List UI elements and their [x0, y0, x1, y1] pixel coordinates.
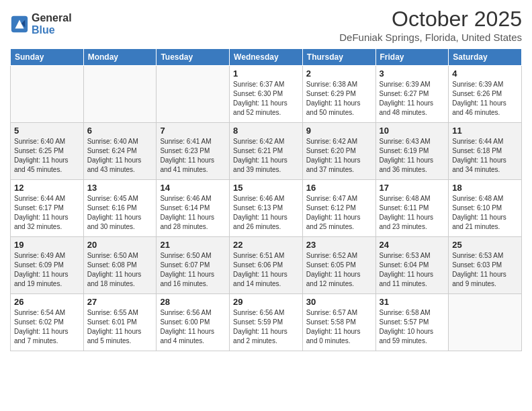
day-number: 14	[160, 183, 226, 193]
calendar-header-row: SundayMondayTuesdayWednesdayThursdayFrid…	[11, 49, 522, 66]
day-info: Sunrise: 6:46 AMSunset: 6:13 PMDaylight:…	[233, 194, 299, 232]
day-info: Sunrise: 6:38 AMSunset: 6:29 PMDaylight:…	[306, 80, 372, 118]
day-number: 13	[87, 183, 153, 193]
day-info: Sunrise: 6:52 AMSunset: 6:05 PMDaylight:…	[306, 251, 372, 289]
day-info: Sunrise: 6:56 AMSunset: 5:59 PMDaylight:…	[233, 308, 299, 346]
calendar-cell: 22Sunrise: 6:51 AMSunset: 6:06 PMDayligh…	[230, 237, 303, 294]
calendar-cell: 2Sunrise: 6:38 AMSunset: 6:29 PMDaylight…	[302, 66, 375, 123]
day-number: 25	[452, 240, 518, 250]
calendar-week-row: 26Sunrise: 6:54 AMSunset: 6:02 PMDayligh…	[11, 294, 522, 351]
day-info: Sunrise: 6:40 AMSunset: 6:24 PMDaylight:…	[87, 137, 153, 175]
day-number: 19	[14, 240, 80, 250]
day-number: 12	[14, 183, 80, 193]
day-info: Sunrise: 6:48 AMSunset: 6:11 PMDaylight:…	[380, 194, 445, 232]
calendar-cell: 14Sunrise: 6:46 AMSunset: 6:14 PMDayligh…	[157, 180, 230, 237]
day-info: Sunrise: 6:50 AMSunset: 6:08 PMDaylight:…	[87, 251, 153, 289]
calendar-cell: 11Sunrise: 6:44 AMSunset: 6:18 PMDayligh…	[449, 123, 522, 180]
day-info: Sunrise: 6:58 AMSunset: 5:57 PMDaylight:…	[380, 308, 445, 346]
day-number: 10	[380, 126, 445, 136]
day-info: Sunrise: 6:44 AMSunset: 6:17 PMDaylight:…	[14, 194, 80, 232]
calendar-cell: 4Sunrise: 6:39 AMSunset: 6:26 PMDaylight…	[449, 66, 522, 123]
title-area: October 2025 DeFuniak Springs, Florida, …	[339, 7, 522, 43]
calendar-week-row: 19Sunrise: 6:49 AMSunset: 6:09 PMDayligh…	[11, 237, 522, 294]
calendar-cell: 10Sunrise: 6:43 AMSunset: 6:19 PMDayligh…	[375, 123, 449, 180]
day-number: 5	[14, 126, 80, 136]
calendar-cell: 6Sunrise: 6:40 AMSunset: 6:24 PMDaylight…	[83, 123, 157, 180]
calendar-week-row: 12Sunrise: 6:44 AMSunset: 6:17 PMDayligh…	[11, 180, 522, 237]
day-info: Sunrise: 6:43 AMSunset: 6:19 PMDaylight:…	[380, 137, 445, 175]
day-number: 11	[452, 126, 518, 136]
day-number: 3	[380, 68, 445, 79]
calendar-cell: 5Sunrise: 6:40 AMSunset: 6:25 PMDaylight…	[11, 123, 84, 180]
day-number: 24	[380, 240, 445, 250]
location-title: DeFuniak Springs, Florida, United States	[339, 32, 522, 43]
calendar-cell: 21Sunrise: 6:50 AMSunset: 6:07 PMDayligh…	[157, 237, 230, 294]
calendar-cell	[83, 66, 157, 123]
calendar-cell: 31Sunrise: 6:58 AMSunset: 5:57 PMDayligh…	[375, 294, 449, 351]
day-number: 31	[380, 297, 445, 307]
day-number: 9	[306, 126, 372, 136]
day-number: 27	[87, 297, 153, 307]
calendar-cell: 8Sunrise: 6:42 AMSunset: 6:21 PMDaylight…	[230, 123, 303, 180]
day-number: 26	[14, 297, 80, 307]
day-info: Sunrise: 6:41 AMSunset: 6:23 PMDaylight:…	[160, 137, 226, 175]
calendar-cell	[449, 294, 522, 351]
header-day-sunday: Sunday	[11, 49, 84, 66]
calendar-cell: 19Sunrise: 6:49 AMSunset: 6:09 PMDayligh…	[11, 237, 84, 294]
header-day-wednesday: Wednesday	[230, 49, 303, 66]
day-number: 2	[306, 68, 372, 79]
calendar-cell: 15Sunrise: 6:46 AMSunset: 6:13 PMDayligh…	[230, 180, 303, 237]
day-info: Sunrise: 6:46 AMSunset: 6:14 PMDaylight:…	[160, 194, 226, 232]
calendar-cell: 29Sunrise: 6:56 AMSunset: 5:59 PMDayligh…	[230, 294, 303, 351]
day-number: 4	[452, 68, 518, 79]
calendar-cell: 23Sunrise: 6:52 AMSunset: 6:05 PMDayligh…	[302, 237, 375, 294]
calendar-cell: 20Sunrise: 6:50 AMSunset: 6:08 PMDayligh…	[83, 237, 157, 294]
day-info: Sunrise: 6:44 AMSunset: 6:18 PMDaylight:…	[452, 137, 518, 175]
day-number: 17	[380, 183, 445, 193]
day-info: Sunrise: 6:39 AMSunset: 6:27 PMDaylight:…	[380, 80, 445, 118]
day-info: Sunrise: 6:48 AMSunset: 6:10 PMDaylight:…	[452, 194, 518, 232]
logo-general-label: General	[32, 12, 72, 24]
day-info: Sunrise: 6:57 AMSunset: 5:58 PMDaylight:…	[306, 308, 372, 346]
day-number: 6	[87, 126, 153, 136]
day-number: 21	[160, 240, 226, 250]
calendar-cell: 25Sunrise: 6:53 AMSunset: 6:03 PMDayligh…	[449, 237, 522, 294]
day-info: Sunrise: 6:49 AMSunset: 6:09 PMDaylight:…	[14, 251, 80, 289]
header-day-thursday: Thursday	[302, 49, 375, 66]
calendar-cell: 13Sunrise: 6:45 AMSunset: 6:16 PMDayligh…	[83, 180, 157, 237]
logo-blue-label: Blue	[32, 24, 72, 36]
day-number: 20	[87, 240, 153, 250]
calendar-cell: 30Sunrise: 6:57 AMSunset: 5:58 PMDayligh…	[302, 294, 375, 351]
header-day-saturday: Saturday	[449, 49, 522, 66]
day-number: 28	[160, 297, 226, 307]
day-info: Sunrise: 6:42 AMSunset: 6:20 PMDaylight:…	[306, 137, 372, 175]
day-number: 29	[233, 297, 299, 307]
day-info: Sunrise: 6:42 AMSunset: 6:21 PMDaylight:…	[233, 137, 299, 175]
calendar-cell: 24Sunrise: 6:53 AMSunset: 6:04 PMDayligh…	[375, 237, 449, 294]
calendar-week-row: 5Sunrise: 6:40 AMSunset: 6:25 PMDaylight…	[11, 123, 522, 180]
day-info: Sunrise: 6:39 AMSunset: 6:26 PMDaylight:…	[452, 80, 518, 118]
calendar-cell: 26Sunrise: 6:54 AMSunset: 6:02 PMDayligh…	[11, 294, 84, 351]
day-info: Sunrise: 6:47 AMSunset: 6:12 PMDaylight:…	[306, 194, 372, 232]
logo: General Blue	[10, 12, 72, 36]
header-day-tuesday: Tuesday	[157, 49, 230, 66]
day-number: 8	[233, 126, 299, 136]
calendar-cell: 1Sunrise: 6:37 AMSunset: 6:30 PMDaylight…	[230, 66, 303, 123]
calendar-cell: 12Sunrise: 6:44 AMSunset: 6:17 PMDayligh…	[11, 180, 84, 237]
day-info: Sunrise: 6:55 AMSunset: 6:01 PMDaylight:…	[87, 308, 153, 346]
day-number: 23	[306, 240, 372, 250]
day-number: 7	[160, 126, 226, 136]
day-number: 15	[233, 183, 299, 193]
calendar-cell: 17Sunrise: 6:48 AMSunset: 6:11 PMDayligh…	[375, 180, 449, 237]
day-info: Sunrise: 6:56 AMSunset: 6:00 PMDaylight:…	[160, 308, 226, 346]
calendar-week-row: 1Sunrise: 6:37 AMSunset: 6:30 PMDaylight…	[11, 66, 522, 123]
calendar-cell: 9Sunrise: 6:42 AMSunset: 6:20 PMDaylight…	[302, 123, 375, 180]
day-info: Sunrise: 6:50 AMSunset: 6:07 PMDaylight:…	[160, 251, 226, 289]
day-number: 1	[233, 68, 299, 79]
month-title: October 2025	[339, 7, 522, 32]
day-info: Sunrise: 6:40 AMSunset: 6:25 PMDaylight:…	[14, 137, 80, 175]
calendar-cell: 3Sunrise: 6:39 AMSunset: 6:27 PMDaylight…	[375, 66, 449, 123]
header-day-friday: Friday	[375, 49, 449, 66]
header-day-monday: Monday	[83, 49, 157, 66]
logo-icon	[10, 15, 29, 34]
